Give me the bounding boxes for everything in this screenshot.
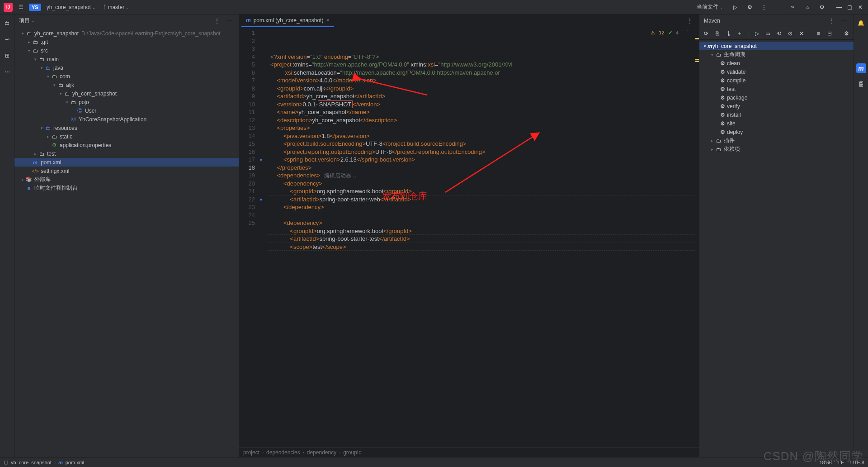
right-tool-rail: 🔔 m 🗄 [854, 14, 868, 457]
status-crumb-file[interactable]: pom.xml [66, 460, 85, 465]
toggle-icon[interactable]: ⟲ [776, 30, 783, 37]
account-icon[interactable]: ᯅ [788, 3, 797, 12]
tree-item[interactable]: ▸🗀test [14, 149, 239, 158]
tree-item[interactable]: ▾🗀java [14, 63, 239, 72]
close-tab-icon[interactable]: × [326, 17, 330, 24]
line-ending[interactable]: LF [838, 460, 844, 465]
gutter-icons: ●● [259, 27, 268, 447]
vcs-branch[interactable]: ᚴ master ⌄ [101, 3, 131, 11]
project-tree[interactable]: ▾🗀yh_core_snapshotD:\Java\Code-space\Lea… [14, 27, 239, 457]
maven-root[interactable]: ▾ m yh_core_snapshot [699, 42, 854, 50]
tree-item[interactable]: ▾🗀pojo [14, 98, 239, 106]
status-crumb-project[interactable]: yh_core_snapshot [11, 460, 52, 465]
maven-tool-icon[interactable]: m [856, 63, 866, 73]
exec-icon[interactable]: ▭ [764, 30, 771, 37]
maven-goal-site[interactable]: ⚙site [699, 119, 854, 128]
commit-tool-icon[interactable]: ⊸ [2, 34, 12, 44]
editor-more-icon[interactable]: ⋮ [685, 16, 694, 25]
maven-goal-deploy[interactable]: ⚙deploy [699, 128, 854, 136]
tree-item[interactable]: ▸🗀static [14, 132, 239, 141]
run-config[interactable]: 当前文件 ⌄ [695, 2, 725, 12]
tree-item[interactable]: ≡临时文件和控制台 [14, 184, 239, 192]
collapse-icon[interactable]: ≡ [815, 30, 822, 37]
error-stripe[interactable] [695, 27, 699, 447]
maven-lifecycle[interactable]: ▾ 🗀生命周期 [699, 50, 854, 59]
more-tools-icon[interactable]: ⋯ [2, 67, 12, 77]
tree-item[interactable]: ▾🗀main [14, 55, 239, 63]
maven-goal-package[interactable]: ⚙package [699, 93, 854, 102]
tree-item[interactable]: ▸🗀.git [14, 38, 239, 46]
maven-more-icon[interactable]: ⋮ [827, 16, 836, 25]
tree-item[interactable]: ⚙application.properties [14, 141, 239, 149]
panel-hide-icon[interactable]: — [225, 16, 234, 25]
maven-panel: Maven ⋮ — ⟳ ⎘ ⭳ ＋ | ▷ ▭ ⟲ ⊘ ✕ | ≡ ⊟ | ⚙ … [699, 14, 854, 457]
run-icon[interactable]: ▷ [731, 3, 740, 12]
maximize-button[interactable]: ▢ [847, 4, 854, 10]
debug-icon[interactable]: ⚙ [745, 3, 754, 12]
project-panel-title: 项目 ⌄ [19, 17, 35, 24]
statusbar: ▢ yh_core_snapshot › m pom.xml 18:56 LF … [0, 457, 868, 467]
project-badge[interactable]: YS [29, 4, 41, 11]
file-encoding[interactable]: UTF-8 [850, 460, 864, 465]
maven-plugins[interactable]: ▸ 🗀插件 [699, 136, 854, 145]
more-icon[interactable]: ⋮ [760, 3, 769, 12]
close-button[interactable]: ✕ [858, 4, 864, 10]
tree-item[interactable]: </>settingx.xml [14, 167, 239, 175]
maven-goal-validate[interactable]: ⚙validate [699, 67, 854, 76]
skip-icon[interactable]: ⊘ [787, 30, 794, 37]
tree-item[interactable]: mpom.xml [14, 158, 239, 167]
left-tool-rail: 🗀 ⊸ ⊞ ⋯ [0, 14, 14, 457]
tree-item[interactable]: ▾🗀src [14, 46, 239, 55]
inspections-widget[interactable]: ⚠12 ✔4 ˆˇ [651, 29, 689, 37]
maven-goal-verify[interactable]: ⚙verify [699, 102, 854, 110]
panel-more-icon[interactable]: ⋮ [212, 16, 222, 25]
hamburger-icon[interactable]: ☰ [16, 3, 25, 12]
tree-item[interactable]: ▾🗀resources [14, 124, 239, 132]
tree-item[interactable]: ▾🗀aljk [14, 81, 239, 89]
tree-item[interactable]: ▸📚外部库 [14, 175, 239, 184]
maven-tree[interactable]: ▾ m yh_core_snapshot▾ 🗀生命周期⚙clean⚙valida… [699, 40, 854, 155]
minimize-button[interactable]: — [836, 4, 843, 10]
caret-position[interactable]: 18:56 [819, 460, 832, 465]
notifications-icon[interactable]: 🔔 [856, 18, 866, 28]
code-area[interactable]: ⚠12 ✔4 ˆˇ <?xml version="1.0" encoding="… [268, 27, 695, 447]
tree-item[interactable]: ▾🗀yh_core_snapshot [14, 89, 239, 98]
ide-logo: IJ [4, 3, 13, 12]
annotation-publish: 发布到仓库 [382, 190, 427, 202]
expand-icon[interactable]: ⊟ [826, 30, 833, 37]
editor-area: m pom.xml (yh_core_snapshot) × ⋮ 1234567… [239, 14, 699, 457]
breadcrumb-bar[interactable]: project › dependencies › dependency › gr… [239, 447, 699, 457]
project-name[interactable]: yh_core_snapshot ⌄ [45, 3, 98, 11]
search-icon[interactable]: ⌕ [803, 3, 812, 12]
maven-goal-clean[interactable]: ⚙clean [699, 59, 854, 67]
maven-hide-icon[interactable]: — [840, 16, 849, 25]
maven-goal-test[interactable]: ⚙test [699, 85, 854, 93]
run-goal-icon[interactable]: ▷ [754, 30, 760, 37]
download-icon[interactable]: ⭳ [725, 30, 732, 37]
database-tool-icon[interactable]: 🗄 [856, 80, 866, 90]
tree-item[interactable]: ⒸUser [14, 106, 239, 115]
settings-icon[interactable]: ⚙ [843, 30, 850, 37]
titlebar: IJ ☰ YS yh_core_snapshot ⌄ ᚴ master ⌄ 当前… [0, 0, 868, 14]
structure-tool-icon[interactable]: ⊞ [2, 51, 12, 61]
close-icon[interactable]: ✕ [798, 30, 805, 37]
editor-tab[interactable]: m pom.xml (yh_core_snapshot) × [241, 14, 334, 27]
reload-icon[interactable]: ⟳ [703, 30, 710, 37]
maven-deps[interactable]: ▸ 🗀依赖项 [699, 145, 854, 153]
add-icon[interactable]: ＋ [736, 29, 743, 37]
tree-item[interactable]: ▾🗀com [14, 72, 239, 81]
project-tool-icon[interactable]: 🗀 [2, 18, 12, 28]
line-gutter: 1234567891011121314151617181920212223242… [239, 27, 259, 447]
project-panel: 项目 ⌄ ⋮ — ▾🗀yh_core_snapshotD:\Java\Code-… [14, 14, 239, 457]
generate-icon[interactable]: ⎘ [714, 30, 721, 37]
tree-item[interactable]: ▾🗀yh_core_snapshotD:\Java\Code-space\Lea… [14, 29, 239, 38]
maven-panel-title: Maven [704, 18, 720, 24]
settings-icon[interactable]: ⚙ [817, 3, 826, 12]
editor-tab-label: pom.xml (yh_core_snapshot) [254, 17, 324, 24]
maven-goal-install[interactable]: ⚙install [699, 110, 854, 119]
maven-toolbar: ⟳ ⎘ ⭳ ＋ | ▷ ▭ ⟲ ⊘ ✕ | ≡ ⊟ | ⚙ [699, 27, 854, 40]
tree-item[interactable]: ⒸYhCoreSnapshotApplication [14, 115, 239, 124]
maven-goal-compile[interactable]: ⚙compile [699, 76, 854, 85]
